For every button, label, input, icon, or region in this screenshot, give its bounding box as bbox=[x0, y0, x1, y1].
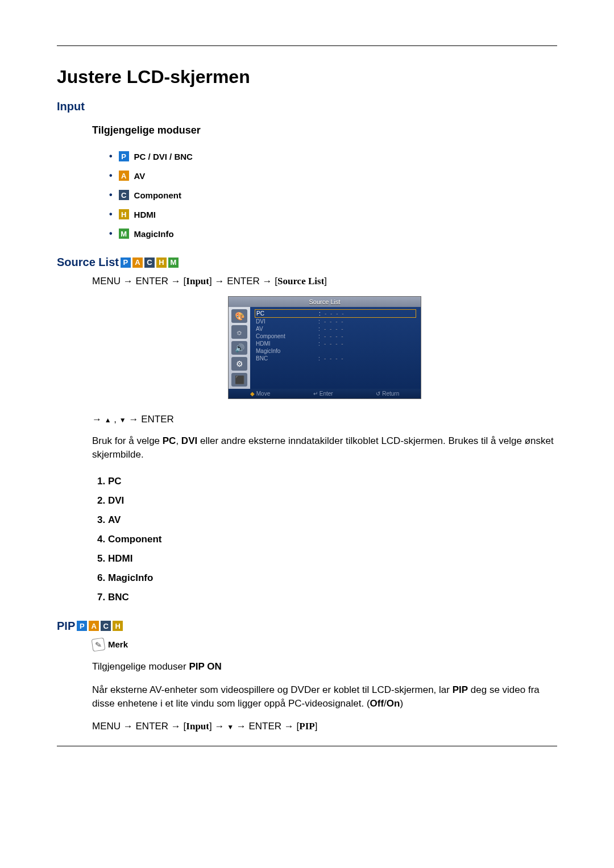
nav-path: , ENTER bbox=[92, 414, 557, 425]
kw-menu: MENU bbox=[92, 276, 121, 286]
mode-icon-c: C bbox=[101, 621, 111, 631]
top-rule bbox=[57, 45, 557, 46]
down-arrow-icon bbox=[119, 414, 126, 425]
txt-bold: PIP bbox=[453, 684, 468, 695]
txt-bold: PC bbox=[163, 435, 176, 446]
osd-row-dvi: DVI:- - - - bbox=[255, 318, 416, 325]
note-row: Merk bbox=[92, 638, 557, 651]
mode-icon-m: M bbox=[119, 229, 129, 239]
note-icon bbox=[92, 637, 106, 651]
mode-icon-h: H bbox=[156, 258, 167, 268]
list-item: DVI bbox=[108, 491, 557, 510]
osd-input-icon: 🎨 bbox=[231, 309, 247, 323]
txt: , bbox=[176, 435, 181, 446]
osd-content: PC:- - - - DVI:- - - - AV:- - - - Compon… bbox=[250, 307, 421, 389]
osd-row-pc: PC:- - - - bbox=[255, 309, 416, 318]
up-arrow-icon bbox=[105, 414, 111, 425]
source-desc: Bruk for å velge PC, DVI eller andre eks… bbox=[92, 434, 557, 462]
pip-modes-text: Tilgjengelige moduser PIP ON bbox=[92, 660, 557, 674]
mode-icon-m: M bbox=[168, 258, 179, 268]
txt: Tilgjengelige moduser bbox=[92, 661, 189, 672]
osd-row-hdmi: HDMI:- - - - bbox=[255, 340, 416, 347]
kw-input: Input bbox=[186, 721, 209, 732]
osd-return-label: Return bbox=[376, 391, 399, 397]
modes-list: P PC / DVI / BNC A AV C Component H HDMI… bbox=[109, 147, 557, 243]
modes-title: Tilgjengelige moduser bbox=[92, 124, 557, 136]
list-item: Component bbox=[108, 530, 557, 549]
kw-enter: ENTER bbox=[136, 721, 169, 732]
mode-magicinfo: M MagicInfo bbox=[109, 224, 557, 243]
section-input-title: Input bbox=[57, 100, 557, 113]
osd-row-component: Component:- - - - bbox=[255, 333, 416, 340]
txt: ) bbox=[400, 698, 403, 709]
mode-icon-p: P bbox=[77, 621, 87, 631]
mode-component: C Component bbox=[109, 185, 557, 205]
section-sourcelist-title: Source List bbox=[57, 256, 119, 269]
kw-pip: PIP bbox=[299, 721, 314, 732]
pip-desc: Når eksterne AV-enheter som videospiller… bbox=[92, 683, 557, 711]
mode-av: A AV bbox=[109, 166, 557, 185]
page-title: Justere LCD-skjermen bbox=[57, 67, 557, 88]
mode-label: Component bbox=[134, 190, 181, 200]
arrow-icon bbox=[281, 721, 296, 732]
mode-pc: P PC / DVI / BNC bbox=[109, 147, 557, 166]
mode-icon-h: H bbox=[113, 621, 123, 631]
mode-icon-a: A bbox=[89, 621, 99, 631]
kw-enter: ENTER bbox=[136, 276, 169, 286]
arrow-icon bbox=[168, 276, 183, 286]
osd-title: Source List bbox=[229, 297, 421, 307]
osd-picture-icon: ☼ bbox=[231, 325, 247, 339]
mode-label: AV bbox=[134, 171, 146, 181]
list-item: AV bbox=[108, 510, 557, 530]
txt-bold: DVI bbox=[181, 435, 197, 446]
mode-icon-h: H bbox=[119, 209, 129, 219]
arrow-icon bbox=[212, 721, 227, 732]
mode-icon-p: P bbox=[119, 151, 129, 161]
arrow-icon bbox=[126, 414, 141, 425]
arrow-icon bbox=[92, 414, 105, 425]
arrow-icon bbox=[212, 276, 227, 286]
arrow-icon bbox=[234, 721, 248, 732]
source-menu-path: MENUENTER[Input]ENTER[Source List] bbox=[92, 276, 557, 287]
osd-row-av: AV:- - - - bbox=[255, 325, 416, 333]
source-ordered-list: PC DVI AV Component HDMI MagicInfo BNC bbox=[108, 472, 557, 607]
osd-move-label: Move bbox=[250, 391, 270, 397]
osd-row-magicinfo: MagicInfo bbox=[255, 347, 416, 355]
kw-sourcelist: Source List bbox=[277, 276, 324, 286]
bottom-rule bbox=[57, 746, 557, 746]
mode-hdmi: H HDMI bbox=[109, 205, 557, 224]
mode-icon-a: A bbox=[132, 258, 143, 268]
kw-enter: ENTER bbox=[227, 276, 260, 286]
mode-icon-p: P bbox=[121, 258, 131, 268]
txt-bold: PIP ON bbox=[189, 661, 221, 672]
kw-menu: MENU bbox=[92, 721, 121, 732]
txt-bold: On bbox=[387, 698, 400, 709]
down-arrow-icon bbox=[227, 721, 234, 732]
mode-label: MagicInfo bbox=[134, 229, 174, 239]
arrow-icon bbox=[260, 276, 275, 286]
osd-sound-icon: 🔊 bbox=[231, 341, 247, 355]
osd-sidebar: 🎨 ☼ 🔊 ⚙ ⬛ bbox=[229, 307, 250, 389]
section-pip-title: PIP bbox=[57, 620, 75, 633]
arrow-icon bbox=[121, 721, 135, 732]
list-item: PC bbox=[108, 472, 557, 491]
osd-row-bnc: BNC:- - - - bbox=[255, 355, 416, 362]
osd-footer: Move Enter Return bbox=[229, 389, 421, 398]
mode-icon-c: C bbox=[144, 258, 155, 268]
mode-label: PC / DVI / BNC bbox=[134, 152, 193, 161]
kw-input: Input bbox=[186, 276, 209, 286]
txt: Når eksterne AV-enheter som videospiller… bbox=[92, 684, 453, 695]
arrow-icon bbox=[121, 276, 135, 286]
mode-icon-c: C bbox=[119, 190, 129, 200]
osd-enter-label: Enter bbox=[313, 391, 333, 397]
osd-setup-icon: ⚙ bbox=[231, 357, 247, 371]
osd-screenshot: Source List 🎨 ☼ 🔊 ⚙ ⬛ PC:- - - - DVI:- -… bbox=[228, 296, 421, 399]
txt: Bruk for å velge bbox=[92, 435, 163, 446]
list-item: BNC bbox=[108, 588, 557, 607]
list-item: MagicInfo bbox=[108, 568, 557, 588]
kw-enter: ENTER bbox=[141, 414, 174, 425]
list-item: HDMI bbox=[108, 549, 557, 568]
kw-enter: ENTER bbox=[249, 721, 282, 732]
mode-icon-a: A bbox=[119, 171, 129, 181]
note-label: Merk bbox=[108, 639, 128, 649]
